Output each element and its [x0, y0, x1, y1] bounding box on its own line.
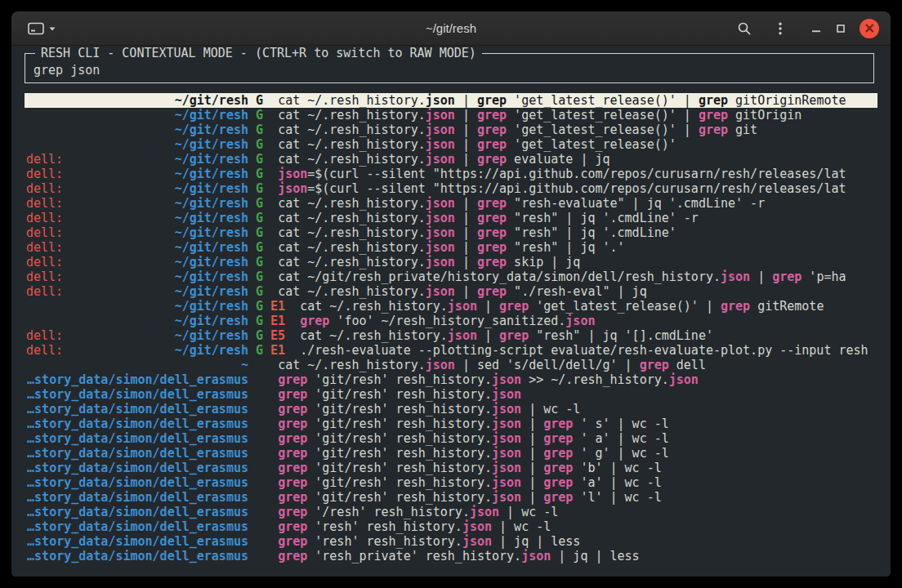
row-rest: grep '/resh' resh_history.json | wc -l [248, 505, 876, 519]
row-rest: G cat ~/.resh_history.json | grep 'get_l… [248, 122, 876, 137]
history-row[interactable]: ~/git/resh G cat ~/.resh_history.json | … [25, 122, 877, 137]
history-row[interactable]: dell:~/git/resh G E1 ./resh-evaluate --p… [25, 343, 877, 358]
match-highlight: json [669, 372, 699, 387]
row-host: dell: [26, 255, 63, 270]
row-directory: ~/git/resh [175, 196, 248, 211]
history-row[interactable]: dell:~/git/resh G cat ~/.resh_history.js… [25, 240, 877, 255]
row-command: grep 'resh' resh_history.json | wc -l [278, 519, 551, 534]
history-row[interactable]: …story_data/simon/dell_erasmus grep 'git… [25, 387, 877, 402]
search-query-input[interactable]: grep json [33, 63, 865, 78]
match-highlight: grep [477, 108, 507, 122]
match-highlight: json [492, 402, 521, 416]
match-highlight: json [426, 196, 455, 211]
history-row[interactable]: …story_data/simon/dell_erasmus grep 'git… [25, 475, 877, 490]
row-directory: …story_data/simon/dell_erasmus [27, 416, 248, 431]
history-row[interactable]: …story_data/simon/dell_erasmus grep 'git… [25, 490, 877, 505]
minimize-icon [811, 24, 821, 33]
row-directory: ~/git/resh [175, 93, 248, 108]
row-rest: G cat ~/.resh_history.json | grep 'get_l… [248, 137, 876, 152]
row-rest: grep 'git/resh' resh_history.json | grep… [248, 446, 876, 461]
close-button[interactable]: × [860, 19, 879, 38]
row-directory: …story_data/simon/dell_erasmus [27, 431, 248, 446]
row-flag: G [256, 108, 263, 122]
terminal-body[interactable]: RESH CLI - CONTEXTUAL MODE - (CTRL+R to … [11, 46, 891, 577]
menu-button[interactable] [768, 16, 793, 41]
row-rest: G cat ~/.resh_history.json | grep "resh-… [248, 196, 876, 211]
row-directory: ~/git/resh [175, 137, 248, 152]
history-row[interactable]: dell:~/git/resh G json=$(curl --silent "… [25, 167, 877, 181]
history-row[interactable]: dell:~/git/resh G cat ~/.resh_history.js… [25, 211, 877, 225]
history-row[interactable]: …story_data/simon/dell_erasmus grep '/re… [25, 505, 877, 519]
history-row[interactable]: dell:~/git/resh G cat ~/.resh_history.js… [25, 284, 877, 299]
history-row[interactable]: …story_data/simon/dell_erasmus grep 'git… [25, 431, 877, 446]
history-row[interactable]: …story_data/simon/dell_erasmus grep 'git… [25, 446, 877, 461]
row-host: dell: [26, 152, 63, 167]
row-directory: …story_data/simon/dell_erasmus [27, 519, 248, 534]
row-command: grep 'foo' ~/resh_history_sanitized.json [300, 314, 595, 328]
history-list: ~/git/resh G cat ~/.resh_history.json | … [11, 93, 891, 564]
history-row[interactable]: dell:~/git/resh G cat ~/.resh_history.js… [25, 225, 877, 240]
row-host: dell: [26, 181, 63, 196]
row-context: …story_data/simon/dell_erasmus [26, 446, 248, 461]
history-row[interactable]: …story_data/simon/dell_erasmus grep 'res… [25, 549, 877, 564]
row-context: …story_data/simon/dell_erasmus [26, 549, 248, 564]
new-terminal-button[interactable] [23, 20, 61, 38]
row-command: cat ~/.resh_history.json | grep 'get_lat… [278, 93, 846, 108]
query-box-title: RESH CLI - CONTEXTUAL MODE - (CTRL+R to … [35, 46, 482, 60]
row-flag: E5 [270, 328, 285, 343]
row-rest: grep 'git/resh' resh_history.json | grep… [248, 416, 876, 431]
row-context: …story_data/simon/dell_erasmus [26, 475, 248, 490]
search-button[interactable] [732, 16, 757, 41]
row-rest: G E1 ./resh-evaluate --plotting-script e… [248, 343, 876, 358]
history-row[interactable]: …story_data/simon/dell_erasmus grep 'res… [25, 519, 877, 534]
row-host: dell: [26, 167, 63, 181]
history-row[interactable]: ~/git/resh G cat ~/.resh_history.json | … [25, 137, 877, 152]
row-command: grep 'resh_private' resh_history.json | … [278, 549, 640, 564]
titlebar[interactable]: ~/git/resh [11, 11, 891, 46]
row-flag: G [256, 93, 263, 108]
restore-button[interactable] [828, 16, 853, 41]
row-rest: grep 'resh' resh_history.json | jq | les… [248, 534, 876, 549]
row-command: json=$(curl --silent "https://api.github… [278, 181, 846, 196]
row-command: cat ~/.resh_history.json | sed 's/dell/d… [278, 358, 706, 372]
row-context: …story_data/simon/dell_erasmus [26, 461, 248, 475]
match-highlight: grep [278, 416, 307, 431]
row-directory: ~/git/resh [175, 270, 248, 284]
history-row[interactable]: …story_data/simon/dell_erasmus grep 'git… [25, 402, 877, 416]
match-highlight: grep [543, 490, 573, 505]
desktop-background: ~/git/resh [0, 0, 902, 588]
history-row[interactable]: …story_data/simon/dell_erasmus grep 'git… [25, 372, 877, 387]
match-highlight: grep [543, 475, 573, 490]
row-command: grep '/resh' resh_history.json | wc -l [278, 505, 558, 519]
row-rest: grep 'resh' resh_history.json | wc -l [248, 519, 876, 534]
history-row[interactable]: dell:~/git/resh G json=$(curl --silent "… [25, 181, 877, 196]
minimize-button[interactable] [804, 16, 828, 41]
history-row[interactable]: ~/git/resh G cat ~/.resh_history.json | … [25, 93, 877, 108]
history-row[interactable]: dell:~/git/resh G E5 cat ~/.resh_history… [25, 328, 877, 343]
history-row[interactable]: ~ cat ~/.resh_history.json | sed 's/dell… [25, 358, 877, 372]
history-row[interactable]: ~/git/resh G cat ~/.resh_history.json | … [25, 108, 877, 122]
history-row[interactable]: …story_data/simon/dell_erasmus grep 'git… [25, 416, 877, 431]
row-flag: G [256, 255, 263, 270]
history-row[interactable]: ~/git/resh G E1 grep 'foo' ~/resh_histor… [25, 314, 877, 328]
row-command: grep 'git/resh' resh_history.json [278, 387, 521, 402]
row-directory: ~/git/resh [175, 152, 248, 167]
history-row[interactable]: dell:~/git/resh G cat ~/.resh_history.js… [25, 255, 877, 270]
row-rest: G json=$(curl --silent "https://api.gith… [248, 181, 876, 196]
match-highlight: json [426, 93, 455, 108]
row-flag: G [256, 240, 263, 255]
match-highlight: json [426, 152, 455, 167]
row-command: grep 'git/resh' resh_history.json | grep… [278, 490, 662, 505]
row-rest: G cat ~/git/resh_private/history_data/si… [248, 270, 876, 284]
row-flag: G [256, 181, 263, 196]
history-row[interactable]: dell:~/git/resh G cat ~/git/resh_private… [25, 270, 877, 284]
match-highlight: grep [699, 122, 728, 137]
history-row[interactable]: dell:~/git/resh G cat ~/.resh_history.js… [25, 196, 877, 211]
history-row[interactable]: ~/git/resh G E1 cat ~/.resh_history.json… [25, 299, 877, 314]
row-command: cat ~/git/resh_private/history_data/simo… [278, 270, 846, 284]
history-row[interactable]: dell:~/git/resh G cat ~/.resh_history.js… [25, 152, 877, 167]
history-row[interactable]: …story_data/simon/dell_erasmus grep 'res… [25, 534, 877, 549]
history-row[interactable]: …story_data/simon/dell_erasmus grep 'git… [25, 461, 877, 475]
match-highlight: grep [278, 372, 307, 387]
row-directory: ~/git/resh [175, 211, 248, 225]
